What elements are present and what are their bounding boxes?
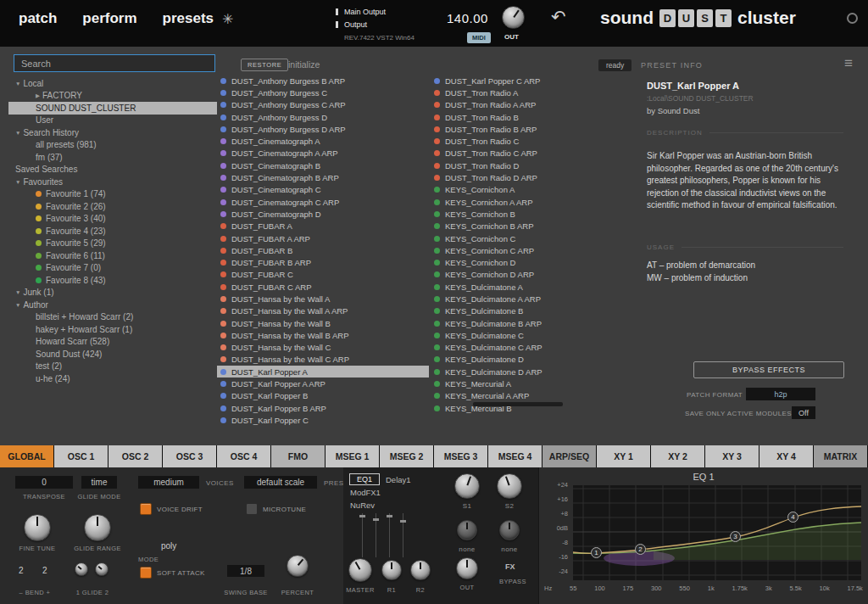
module-tab[interactable]: OSC 2 bbox=[108, 445, 163, 467]
preset-item[interactable]: DUST_Cinematograph D bbox=[217, 208, 429, 220]
preset-item[interactable]: DUST_FUBAR A bbox=[217, 221, 429, 232]
preset-item[interactable]: KEYS_Cornichon C ARP bbox=[431, 244, 597, 256]
preset-item[interactable]: DUST_Hansa by the Wall C ARP bbox=[217, 354, 429, 366]
preset-item[interactable]: DUST_FUBAR C bbox=[217, 269, 429, 281]
transpose-value[interactable]: 0 bbox=[15, 476, 73, 489]
tree-item[interactable]: Favourite 5 (29) bbox=[8, 238, 217, 250]
voice-drift-checkbox[interactable] bbox=[140, 503, 152, 515]
eq-plot[interactable]: 1 2 3 4 bbox=[573, 485, 861, 580]
tree-item[interactable]: ▶ FACTORY bbox=[8, 90, 217, 103]
module-tab[interactable]: OSC 4 bbox=[217, 445, 271, 467]
preset-item[interactable]: KEYS_Dulcimatone B bbox=[431, 305, 597, 317]
patch-format-value[interactable]: h2p bbox=[746, 388, 815, 400]
preset-item[interactable]: KEYS_Dulcimatone D bbox=[431, 354, 597, 366]
tree-item[interactable]: ▼ Favourites bbox=[8, 176, 217, 188]
master-knob[interactable] bbox=[348, 558, 372, 582]
preset-item[interactable]: KEYS_Cornichon C bbox=[431, 232, 597, 244]
tree-item[interactable]: Favourite 6 (11) bbox=[8, 249, 217, 262]
bpm-knob[interactable] bbox=[502, 6, 525, 29]
preset-item[interactable]: DUST_Cinematograph B ARP bbox=[217, 171, 429, 183]
preset-item[interactable]: DUST_Tron Radio D bbox=[431, 159, 597, 171]
preset-item[interactable]: KEYS_Mercurial A ARP bbox=[431, 390, 597, 402]
fx-slot-handle-1[interactable] bbox=[359, 515, 365, 517]
preset-item[interactable]: KEYS_Cornichon A bbox=[431, 184, 597, 196]
search-input[interactable] bbox=[14, 54, 215, 72]
tree-item[interactable]: Favourite 2 (26) bbox=[8, 200, 217, 213]
nav-tab[interactable]: patch bbox=[19, 10, 57, 27]
preset-item[interactable]: KEYS_Dulcimatone D ARP bbox=[431, 366, 597, 378]
preset-item[interactable]: DUST_Hansa by the Wall A bbox=[217, 293, 429, 305]
tree-arrow-icon[interactable]: ▼ bbox=[15, 130, 20, 136]
preset-item[interactable]: DUST_Anthony Burgess C bbox=[217, 87, 429, 98]
preset-item[interactable]: DUST_Cinematograph B bbox=[217, 159, 429, 171]
microtune-preset-select[interactable]: default scale bbox=[244, 476, 317, 489]
bend-down-value[interactable]: 2 bbox=[19, 566, 24, 575]
preset-item[interactable]: DUST_FUBAR A ARP bbox=[217, 232, 429, 244]
preset-item[interactable]: DUST_Hansa by the Wall B ARP bbox=[217, 329, 429, 341]
module-tab[interactable]: MSEG 4 bbox=[488, 445, 542, 467]
fx-slot-handle-4[interactable] bbox=[400, 520, 406, 523]
preset-scrollbar[interactable] bbox=[473, 402, 563, 406]
module-tab[interactable]: OSC 1 bbox=[54, 445, 108, 467]
preset-item[interactable]: DUST_Anthony Burgess C ARP bbox=[217, 99, 429, 111]
preset-item[interactable]: DUST_FUBAR B ARP bbox=[217, 256, 429, 268]
tree-item[interactable]: ▼ Junk (1) bbox=[8, 287, 217, 299]
tree-arrow-icon[interactable]: ▼ bbox=[15, 302, 20, 308]
module-modfx1[interactable]: ModFX1 bbox=[350, 488, 381, 497]
module-tab[interactable]: MSEG 3 bbox=[434, 445, 488, 467]
preset-item[interactable]: DUST_Anthony Burgess D bbox=[217, 111, 429, 123]
tree-item[interactable]: Favourite 3 (40) bbox=[8, 213, 217, 226]
microtune-checkbox[interactable] bbox=[246, 503, 258, 515]
r1-knob[interactable] bbox=[381, 560, 402, 580]
tree-item[interactable]: Saved Searches bbox=[8, 164, 217, 176]
preset-item[interactable]: DUST_Cinematograph A ARP bbox=[217, 148, 429, 159]
preset-item[interactable]: KEYS_Mercurial A bbox=[431, 378, 597, 389]
preset-item[interactable]: KEYS_Cornichon D ARP bbox=[431, 269, 597, 281]
tree-item[interactable]: Favourite 4 (23) bbox=[8, 225, 217, 238]
restore-button[interactable]: RESTORE bbox=[241, 59, 288, 71]
glide1-knob[interactable] bbox=[75, 562, 88, 576]
undo-icon[interactable]: ↶ bbox=[551, 7, 566, 27]
module-tab[interactable]: XY 1 bbox=[597, 445, 651, 467]
menu-icon[interactable]: ≡ bbox=[844, 55, 853, 72]
preset-item[interactable]: DUST_Tron Radio C bbox=[431, 135, 597, 147]
preset-item[interactable]: DUST_FUBAR B bbox=[217, 244, 429, 256]
preset-item[interactable]: KEYS_Dulcimatone C bbox=[431, 329, 597, 341]
preset-item[interactable]: DUST_Karl Popper A bbox=[217, 366, 429, 378]
tree-item[interactable]: Favourite 8 (43) bbox=[8, 274, 217, 287]
module-delay1[interactable]: Delay1 bbox=[386, 475, 411, 484]
nav-tab[interactable]: perform bbox=[82, 10, 136, 27]
percent-knob[interactable] bbox=[287, 555, 309, 577]
tree-item[interactable]: ▼ Local bbox=[8, 77, 217, 90]
preset-item[interactable]: DUST_Anthony Burgess B ARP bbox=[217, 75, 429, 87]
module-tab[interactable]: GLOBAL bbox=[0, 445, 54, 467]
module-tab[interactable]: MSEG 2 bbox=[380, 445, 434, 467]
preset-item[interactable]: KEYS_Dulcimatone B ARP bbox=[431, 317, 597, 329]
module-nurev[interactable]: NuRev bbox=[350, 501, 375, 510]
module-tab[interactable]: FMO bbox=[271, 445, 326, 467]
glide-mode-select[interactable]: time bbox=[81, 476, 117, 489]
preset-item[interactable]: KEYS_Cornichon B ARP bbox=[431, 221, 597, 232]
tree-item[interactable]: all presets (981) bbox=[8, 139, 217, 152]
module-tab[interactable]: XY 3 bbox=[705, 445, 760, 467]
module-tab[interactable]: XY 2 bbox=[651, 445, 705, 467]
module-tab[interactable]: XY 4 bbox=[760, 445, 814, 467]
main-output-label[interactable]: Main Output bbox=[344, 8, 386, 16]
tree-item[interactable]: ▼ Author bbox=[8, 299, 217, 311]
preset-item[interactable]: DUST_Anthony Burgess D ARP bbox=[217, 123, 429, 135]
preset-item[interactable]: DUST_Tron Radio B ARP bbox=[431, 123, 597, 135]
soft-attack-checkbox[interactable] bbox=[140, 567, 152, 579]
preset-item[interactable]: KEYS_Cornichon B bbox=[431, 208, 597, 220]
tree-item[interactable]: Favourite 7 (0) bbox=[8, 262, 217, 275]
save-only-value[interactable]: Off bbox=[792, 406, 815, 419]
tree-item[interactable]: ▼ Search History bbox=[8, 126, 217, 139]
mode-select[interactable]: poly bbox=[161, 541, 176, 551]
tree-arrow-icon[interactable]: ▼ bbox=[15, 289, 20, 295]
tree-arrow-icon[interactable]: ▼ bbox=[15, 81, 20, 87]
initialize-button[interactable]: initialize bbox=[288, 59, 320, 70]
fx-slot-slider-3[interactable] bbox=[389, 513, 390, 557]
preset-item[interactable]: DUST_Cinematograph A bbox=[217, 135, 429, 147]
preset-item[interactable]: KEYS_Cornichon D bbox=[431, 256, 597, 268]
tree-item[interactable]: Favourite 1 (74) bbox=[8, 188, 217, 201]
eq-node-1[interactable]: 1 bbox=[591, 547, 602, 558]
